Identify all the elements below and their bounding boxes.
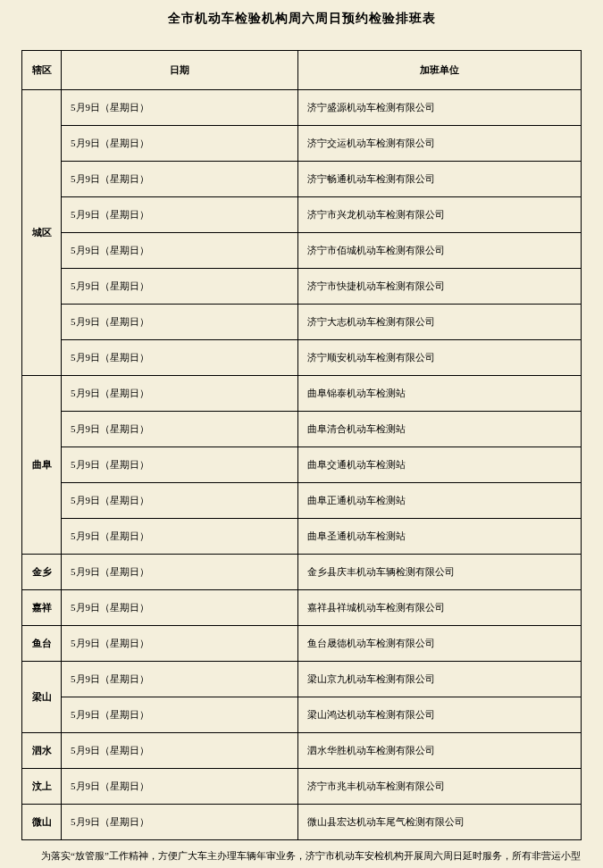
area-cell: 曲阜 <box>22 376 62 555</box>
table-row: 金乡5月9日（星期日）金乡县庆丰机动车辆检测有限公司 <box>22 555 582 590</box>
area-cell: 泗水 <box>22 733 62 769</box>
table-header-row: 辖区 日期 加班单位 <box>22 51 582 90</box>
date-cell: 5月9日（星期日） <box>62 483 298 519</box>
area-cell: 嘉祥 <box>22 590 62 626</box>
table-row: 泗水5月9日（星期日）泗水华胜机动车检测有限公司 <box>22 733 582 769</box>
unit-cell: 济宁市兴龙机动车检测有限公司 <box>298 197 582 233</box>
unit-cell: 济宁市快捷机动车检测有限公司 <box>298 269 582 305</box>
date-cell: 5月9日（星期日） <box>62 340 298 376</box>
table-row: 5月9日（星期日）梁山鸿达机动车检测有限公司 <box>22 697 582 733</box>
unit-cell: 泗水华胜机动车检测有限公司 <box>298 733 582 769</box>
table-row: 5月9日（星期日）济宁顺安机动车检测有限公司 <box>22 340 582 376</box>
table-row: 曲阜5月9日（星期日）曲阜锦泰机动车检测站 <box>22 376 582 412</box>
date-cell: 5月9日（星期日） <box>62 519 298 555</box>
table-row: 5月9日（星期日）曲阜圣通机动车检测站 <box>22 519 582 555</box>
table-row: 5月9日（星期日）济宁交运机动车检测有限公司 <box>22 126 582 162</box>
header-area: 辖区 <box>22 51 62 90</box>
date-cell: 5月9日（星期日） <box>62 555 298 590</box>
unit-cell: 梁山京九机动车检测有限公司 <box>298 662 582 697</box>
table-row: 城区5月9日（星期日）济宁盛源机动车检测有限公司 <box>22 90 582 126</box>
table-row: 5月9日（星期日）济宁市兴龙机动车检测有限公司 <box>22 197 582 233</box>
unit-cell: 济宁市佰城机动车检测有限公司 <box>298 233 582 269</box>
area-cell: 鱼台 <box>22 626 62 662</box>
date-cell: 5月9日（星期日） <box>62 805 298 840</box>
unit-cell: 曲阜交通机动车检测站 <box>298 447 582 483</box>
area-cell: 城区 <box>22 90 62 376</box>
date-cell: 5月9日（星期日） <box>62 697 298 733</box>
unit-cell: 曲阜锦泰机动车检测站 <box>298 376 582 412</box>
date-cell: 5月9日（星期日） <box>62 733 298 769</box>
date-cell: 5月9日（星期日） <box>62 769 298 805</box>
unit-cell: 曲阜圣通机动车检测站 <box>298 519 582 555</box>
unit-cell: 曲阜正通机动车检测站 <box>298 483 582 519</box>
page-title: 全市机动车检验机构周六周日预约检验排班表 <box>21 11 582 27</box>
area-cell: 微山 <box>22 805 62 840</box>
date-cell: 5月9日（星期日） <box>62 662 298 697</box>
date-cell: 5月9日（星期日） <box>62 590 298 626</box>
unit-cell: 曲阜清合机动车检测站 <box>298 412 582 447</box>
schedule-table: 辖区 日期 加班单位 城区5月9日（星期日）济宁盛源机动车检测有限公司5月9日（… <box>21 50 582 840</box>
footer-note: 为落实“放管服”工作精神，方便广大车主办理车辆年审业务，济宁市机动车安检机构开展… <box>21 846 582 868</box>
area-cell: 金乡 <box>22 555 62 590</box>
unit-cell: 济宁交运机动车检测有限公司 <box>298 126 582 162</box>
unit-cell: 嘉祥县祥城机动车检测有限公司 <box>298 590 582 626</box>
table-row: 5月9日（星期日）济宁市佰城机动车检测有限公司 <box>22 233 582 269</box>
date-cell: 5月9日（星期日） <box>62 233 298 269</box>
unit-cell: 济宁市兆丰机动车检测有限公司 <box>298 769 582 805</box>
table-row: 嘉祥5月9日（星期日）嘉祥县祥城机动车检测有限公司 <box>22 590 582 626</box>
area-cell: 梁山 <box>22 662 62 733</box>
date-cell: 5月9日（星期日） <box>62 197 298 233</box>
date-cell: 5月9日（星期日） <box>62 90 298 126</box>
date-cell: 5月9日（星期日） <box>62 126 298 162</box>
date-cell: 5月9日（星期日） <box>62 412 298 447</box>
table-row: 5月9日（星期日）曲阜清合机动车检测站 <box>22 412 582 447</box>
unit-cell: 金乡县庆丰机动车辆检测有限公司 <box>298 555 582 590</box>
table-row: 鱼台5月9日（星期日）鱼台晟德机动车检测有限公司 <box>22 626 582 662</box>
table-row: 5月9日（星期日）济宁畅通机动车检测有限公司 <box>22 162 582 197</box>
header-date: 日期 <box>62 51 298 90</box>
unit-cell: 微山县宏达机动车尾气检测有限公司 <box>298 805 582 840</box>
unit-cell: 济宁顺安机动车检测有限公司 <box>298 340 582 376</box>
table-row: 5月9日（星期日）济宁大志机动车检测有限公司 <box>22 305 582 340</box>
date-cell: 5月9日（星期日） <box>62 269 298 305</box>
table-row: 5月9日（星期日）济宁市快捷机动车检测有限公司 <box>22 269 582 305</box>
area-cell: 汶上 <box>22 769 62 805</box>
date-cell: 5月9日（星期日） <box>62 626 298 662</box>
table-row: 汶上5月9日（星期日）济宁市兆丰机动车检测有限公司 <box>22 769 582 805</box>
table-row: 梁山5月9日（星期日）梁山京九机动车检测有限公司 <box>22 662 582 697</box>
table-row: 微山5月9日（星期日）微山县宏达机动车尾气检测有限公司 <box>22 805 582 840</box>
unit-cell: 鱼台晟德机动车检测有限公司 <box>298 626 582 662</box>
date-cell: 5月9日（星期日） <box>62 376 298 412</box>
header-unit: 加班单位 <box>298 51 582 90</box>
unit-cell: 济宁盛源机动车检测有限公司 <box>298 90 582 126</box>
unit-cell: 梁山鸿达机动车检测有限公司 <box>298 697 582 733</box>
unit-cell: 济宁大志机动车检测有限公司 <box>298 305 582 340</box>
table-row: 5月9日（星期日）曲阜交通机动车检测站 <box>22 447 582 483</box>
date-cell: 5月9日（星期日） <box>62 447 298 483</box>
date-cell: 5月9日（星期日） <box>62 162 298 197</box>
table-row: 5月9日（星期日）曲阜正通机动车检测站 <box>22 483 582 519</box>
unit-cell: 济宁畅通机动车检测有限公司 <box>298 162 582 197</box>
date-cell: 5月9日（星期日） <box>62 305 298 340</box>
